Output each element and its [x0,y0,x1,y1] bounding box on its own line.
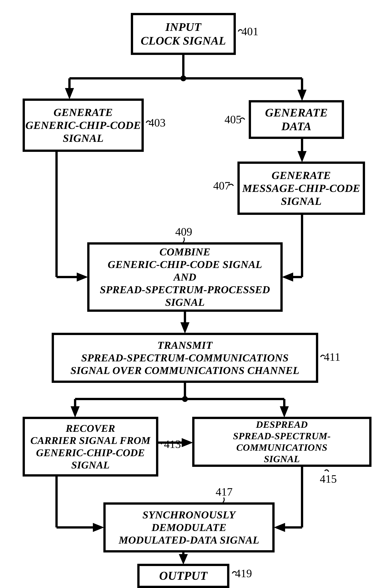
svg-marker-31 [274,523,285,532]
ref-411: 411 [324,351,340,363]
ref-419: 419 [235,567,252,580]
svg-marker-4 [65,88,74,99]
ref-403: 403 [149,116,165,129]
ref-417: 417 [216,485,233,498]
block-text: COMBINE GENERIC-CHIP-CODE SIGNAL AND SPR… [100,246,270,308]
svg-marker-8 [298,151,306,162]
block-text: GENERATE DATA [265,106,328,133]
svg-marker-6 [298,90,306,101]
block-despread: DESPREAD SPREAD-SPECTRUM-COMMUNICATIONS … [192,417,371,467]
block-synchronously-demodulate: SYNCHRONOUSLY DEMODULATE MODULATED-DATA … [103,502,275,552]
svg-marker-16 [181,322,189,334]
block-text: INPUT CLOCK SIGNAL [141,20,226,48]
svg-point-1 [181,75,186,81]
block-text: GENERATE MESSAGE-CHIP-CODE SIGNAL [242,169,360,208]
ref-405: 405 [224,113,242,126]
svg-point-18 [182,396,188,402]
block-text: RECOVER CARRIER SIGNAL FROM GENERIC-CHIP… [30,422,150,471]
svg-marker-11 [77,273,88,282]
block-recover-carrier: RECOVER CARRIER SIGNAL FROM GENERIC-CHIP… [23,417,158,477]
block-text: TRANSMIT SPREAD-SPECTRUM-COMMUNICATIONS … [70,339,299,377]
block-combine-signals: COMBINE GENERIC-CHIP-CODE SIGNAL AND SPR… [87,242,283,312]
flowchart-canvas: INPUT CLOCK SIGNAL GENERATE GENERIC-CHIP… [0,0,387,588]
block-transmit: TRANSMIT SPREAD-SPECTRUM-COMMUNICATIONS … [52,333,318,383]
block-output: OUTPUT [137,564,229,588]
svg-marker-23 [280,406,289,418]
svg-marker-28 [93,523,104,532]
block-generate-generic-chip-code: GENERATE GENERIC-CHIP-CODE SIGNAL [23,99,144,152]
svg-marker-14 [282,273,293,282]
svg-marker-33 [179,554,188,565]
block-text: SYNCHRONOUSLY DEMODULATE MODULATED-DATA … [119,508,259,546]
ref-407: 407 [213,179,230,192]
ref-413: 413 [164,438,181,451]
ref-409: 409 [175,225,192,238]
ref-415: 415 [320,472,337,485]
svg-marker-25 [182,438,193,447]
block-text: DESPREAD SPREAD-SPECTRUM-COMMUNICATIONS … [194,419,369,464]
block-text: GENERATE GENERIC-CHIP-CODE SIGNAL [25,106,141,145]
block-generate-data: GENERATE DATA [249,100,344,139]
ref-401: 401 [242,25,258,38]
block-input-clock-signal: INPUT CLOCK SIGNAL [131,13,236,55]
block-generate-message-chip-code: GENERATE MESSAGE-CHIP-CODE SIGNAL [237,162,365,215]
block-text: OUTPUT [159,569,207,583]
svg-marker-21 [71,406,80,418]
